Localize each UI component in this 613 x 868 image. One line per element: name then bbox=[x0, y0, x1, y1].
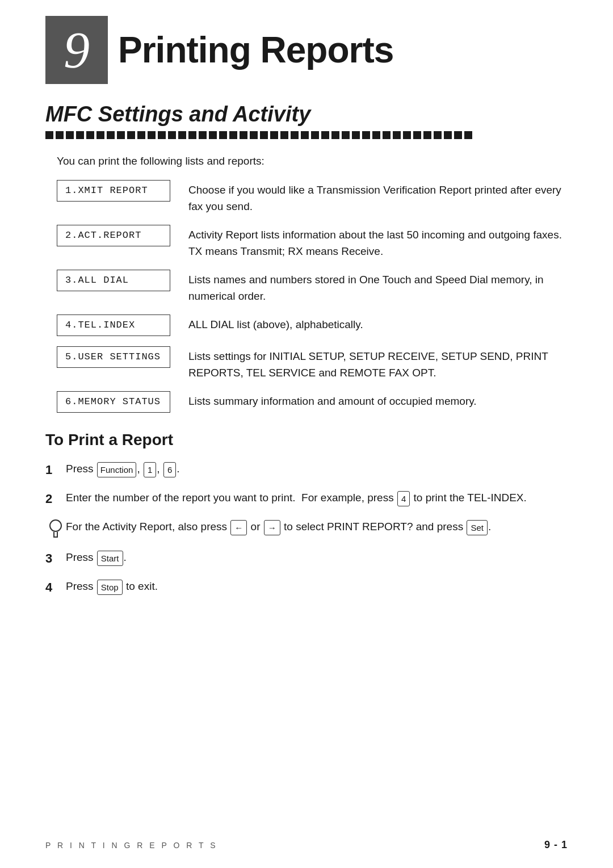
report-desc-1: Choose if you would like a Transmission … bbox=[188, 180, 568, 215]
section-heading: MFC Settings and Activity bbox=[45, 102, 568, 127]
step-2: 2 Enter the number of the report you wan… bbox=[45, 489, 568, 508]
subsection-heading: To Print a Report bbox=[45, 431, 568, 449]
key-stop: Stop bbox=[97, 580, 123, 595]
report-desc-4: ALL DIAL list (above), alphabetically. bbox=[188, 315, 568, 333]
bulb-circle bbox=[49, 519, 62, 532]
step-1: 1 Press Function, 1, 6. bbox=[45, 460, 568, 479]
page-header: 9 Printing Reports bbox=[45, 0, 568, 84]
step-1-number: 1 bbox=[45, 460, 66, 479]
page-title: Printing Reports bbox=[118, 29, 393, 71]
footer-page-number: 9 - 1 bbox=[544, 839, 568, 851]
page: 9 Printing Reports MFC Settings and Acti… bbox=[0, 0, 613, 868]
key-1: 1 bbox=[144, 462, 156, 477]
report-rows: 1.XMIT REPORTChoose if you would like a … bbox=[45, 180, 568, 413]
tip-item: For the Activity Report, also press ← or… bbox=[45, 518, 568, 539]
steps-list: 1 Press Function, 1, 6. 2 Enter the numb… bbox=[45, 460, 568, 597]
footer-left-text: P R I N T I N G R E P O R T S bbox=[45, 841, 218, 850]
step-4: 4 Press Stop to exit. bbox=[45, 578, 568, 597]
key-6: 6 bbox=[163, 462, 176, 477]
key-right-arrow: → bbox=[264, 520, 280, 535]
key-set: Set bbox=[467, 520, 488, 535]
key-4: 4 bbox=[397, 491, 410, 506]
report-desc-3: Lists names and numbers stored in One To… bbox=[188, 270, 568, 304]
step-4-number: 4 bbox=[45, 578, 66, 597]
step-2-number: 2 bbox=[45, 489, 66, 508]
report-row: 1.XMIT REPORTChoose if you would like a … bbox=[45, 180, 568, 215]
report-row: 5.USER SETTINGSLists settings for INITIA… bbox=[45, 346, 568, 381]
dot-rule bbox=[45, 131, 568, 139]
key-left-arrow: ← bbox=[230, 520, 247, 535]
step-1-text: Press Function, 1, 6. bbox=[66, 460, 568, 477]
tip-icon bbox=[45, 518, 66, 539]
chapter-badge: 9 bbox=[45, 16, 108, 84]
report-key-1: 1.XMIT REPORT bbox=[57, 180, 170, 202]
report-desc-2: Activity Report lists information about … bbox=[188, 225, 568, 259]
report-row: 6.MEMORY STATUSLists summary information… bbox=[45, 391, 568, 413]
report-key-4: 4.TEL.INDEX bbox=[57, 315, 170, 336]
report-desc-5: Lists settings for INITIAL SETUP, SETUP … bbox=[188, 346, 568, 381]
page-footer: P R I N T I N G R E P O R T S 9 - 1 bbox=[45, 839, 568, 851]
report-row: 3.ALL DIALLists names and numbers stored… bbox=[45, 270, 568, 304]
report-key-5: 5.USER SETTINGS bbox=[57, 346, 170, 368]
report-key-2: 2.ACT.REPORT bbox=[57, 225, 170, 246]
report-desc-6: Lists summary information and amount of … bbox=[188, 391, 568, 410]
function-key: Function bbox=[97, 462, 137, 477]
step-3: 3 Press Start. bbox=[45, 549, 568, 568]
key-start: Start bbox=[97, 551, 123, 566]
report-key-6: 6.MEMORY STATUS bbox=[57, 391, 170, 413]
bulb-stem bbox=[53, 532, 58, 538]
intro-text: You can print the following lists and re… bbox=[57, 155, 568, 167]
step-3-number: 3 bbox=[45, 549, 66, 568]
chapter-number: 9 bbox=[64, 24, 90, 76]
step-2-text: Enter the number of the report you want … bbox=[66, 489, 568, 506]
tip-bulb-icon bbox=[48, 519, 63, 539]
step-4-text: Press Stop to exit. bbox=[66, 578, 568, 595]
tip-text: For the Activity Report, also press ← or… bbox=[66, 518, 568, 535]
report-row: 2.ACT.REPORTActivity Report lists inform… bbox=[45, 225, 568, 259]
report-row: 4.TEL.INDEXALL DIAL list (above), alphab… bbox=[45, 315, 568, 336]
step-3-text: Press Start. bbox=[66, 549, 568, 566]
report-key-3: 3.ALL DIAL bbox=[57, 270, 170, 291]
